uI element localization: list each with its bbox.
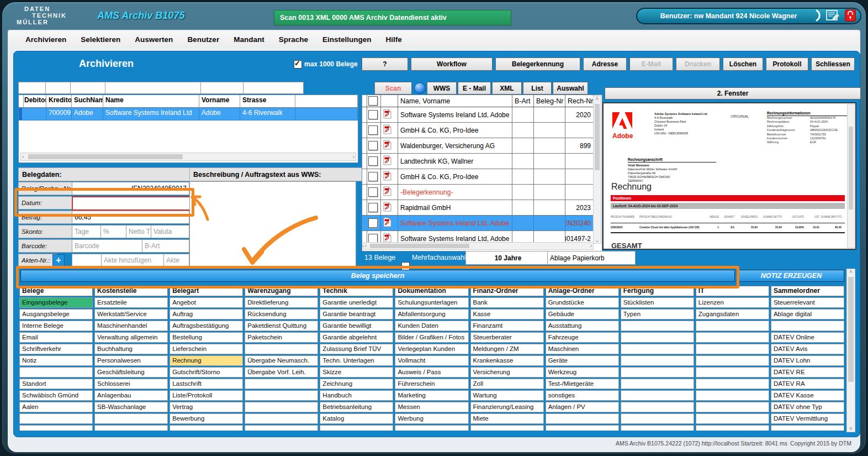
category-item-abfallentsorgung[interactable]: Abfallentsorgung <box>395 309 468 319</box>
category-item-empty[interactable] <box>621 321 694 331</box>
category-item-empty[interactable] <box>245 402 318 412</box>
category-item-empty[interactable] <box>94 425 168 431</box>
menu-item-einstellungen[interactable]: Einstellungen <box>322 35 372 44</box>
category-item-ger-te[interactable]: Geräte <box>546 355 619 366</box>
category-item-empty[interactable] <box>19 413 93 424</box>
second-window-button[interactable]: 2. Fenster <box>605 87 861 99</box>
category-item-empty[interactable] <box>621 367 694 378</box>
debtor-cell-name[interactable]: Software Systems Ireland Ltd <box>103 108 199 120</box>
debtor-column-debitor[interactable]: Debitor <box>22 95 46 108</box>
menu-item-hilfe[interactable]: Hilfe <box>385 35 401 44</box>
category-item-empty[interactable] <box>696 379 769 389</box>
category-item-meldungen-zm[interactable]: Meldungen / ZM <box>470 344 544 354</box>
akte-hinzufuegen-field[interactable]: Akte hinzufügen <box>101 254 167 267</box>
add-akte-button[interactable]: + <box>52 254 65 266</box>
category-item-gutschrift-storno[interactable]: Gutschrift/Storno <box>170 367 243 378</box>
doc-row-checkbox[interactable] <box>368 110 378 119</box>
debtor-filter-input-0[interactable] <box>18 82 48 94</box>
doc-column-rech-nr[interactable]: Rech-Nr <box>565 95 594 107</box>
category-item-verlegeplan-kunden[interactable]: Verlegeplan Kunden <box>395 344 468 354</box>
debtor-filter-input-5[interactable] <box>243 82 304 94</box>
category-item-aalen[interactable]: Aalen <box>19 402 93 412</box>
menu-item-selektieren[interactable]: Selektieren <box>81 35 120 44</box>
debtor-column-suchname[interactable]: SuchName <box>72 95 103 108</box>
doc-row-checkbox[interactable] <box>368 156 378 166</box>
toolbar-button-adresse[interactable]: Adresse <box>583 57 627 71</box>
category-item-empty[interactable] <box>696 332 769 343</box>
category-item-empty[interactable] <box>696 344 769 354</box>
category-item-empty[interactable] <box>470 425 544 431</box>
menu-item-sprache[interactable]: Sprache <box>279 35 308 44</box>
category-item-f-hrerschein[interactable]: Führerschein <box>395 379 468 389</box>
doc-row-checkbox[interactable] <box>368 125 378 135</box>
pdf-icon[interactable] <box>383 186 391 198</box>
doc-row-3[interactable]: Landtechnik KG, Wallner <box>362 154 594 169</box>
category-item-bergabe-vorf-leih[interactable]: Übergabe Vorf. Leih. <box>245 367 318 378</box>
category-item-schw-bisch-gm-nd[interactable]: Schwäbisch Gmünd <box>19 390 93 401</box>
category-item-bewerbung[interactable]: Bewerbung <box>170 413 243 424</box>
category-item-interne-belege[interactable]: Interne Belege <box>19 321 93 331</box>
category-item-datev-online[interactable]: DATEV Online <box>771 332 844 343</box>
doc-row-0[interactable]: Software Systems Ireland Ltd, Adobe2020 <box>362 107 594 123</box>
category-item-sonstiges[interactable]: sonstiges <box>546 390 619 401</box>
debtor-filter-input-4[interactable] <box>200 82 247 94</box>
category-item-datev-ra[interactable]: DATEV RA <box>771 379 844 389</box>
toolbar-button-belegerkennung[interactable]: Belegerkennung <box>495 57 580 71</box>
category-item-miete[interactable]: Miete <box>470 413 544 424</box>
max-belege-checkbox[interactable] <box>294 60 302 69</box>
category-item-marketing[interactable]: Marketing <box>395 390 468 401</box>
category-item-anlagen-pv[interactable]: Anlagen / PV <box>546 402 619 412</box>
notiz-button[interactable]: NOTIZ ERZEUGEN <box>738 270 844 282</box>
category-item-ersatzteile[interactable]: Ersatzteile <box>94 297 168 308</box>
category-item-garantie-unerledigt[interactable]: Garantie unerledigt <box>320 297 393 308</box>
category-item-empty[interactable] <box>19 425 93 431</box>
menu-item-mandant[interactable]: Mandant <box>234 35 264 44</box>
category-item-empty[interactable] <box>245 390 318 401</box>
lock-icon[interactable] <box>845 9 856 23</box>
datum-field[interactable] <box>72 196 190 211</box>
category-item-empty[interactable] <box>546 425 619 431</box>
category-item-empty[interactable] <box>621 355 694 366</box>
category-item-fahrzeuge[interactable]: Fahrzeuge <box>546 332 619 343</box>
debtor-filter-input-3[interactable] <box>105 82 205 94</box>
category-item-personalwesen[interactable]: Personalwesen <box>94 355 168 366</box>
category-item-empty[interactable] <box>771 321 844 331</box>
category-item-zulassung-brief-t-v[interactable]: Zulassung Brief TÜV <box>320 344 393 354</box>
category-item-paketschein[interactable]: Paketschein <box>245 332 318 343</box>
category-item-empty[interactable] <box>621 390 694 401</box>
category-item-empty[interactable] <box>245 344 318 354</box>
category-item-wartung[interactable]: Wartung <box>470 390 544 401</box>
debtor-column-vorname[interactable]: Vorname <box>199 95 240 108</box>
menu-item-benutzer[interactable]: Benutzer <box>187 35 219 44</box>
pdf-icon[interactable] <box>383 124 391 136</box>
category-item-schlosserei[interactable]: Schlosserei <box>94 379 168 389</box>
category-item-bergabe-neumasch[interactable]: Übergabe Neumasch. <box>245 355 318 366</box>
doc-row-5[interactable]: -Belegerkennung- <box>362 185 594 200</box>
akte-button[interactable]: Akte <box>163 254 189 267</box>
debtor-column-name[interactable]: Name <box>103 95 199 108</box>
debtor-cell-suchname[interactable]: Adobe <box>72 108 103 120</box>
category-item-datev-avis[interactable]: DATEV Avis <box>771 344 844 354</box>
category-item-datev-vermittlung[interactable]: DATEV Vermittlung <box>771 413 844 424</box>
category-item-empty[interactable] <box>94 413 168 424</box>
category-item-sb-waschanlage[interactable]: SB-Waschanlage <box>94 402 168 412</box>
category-item-empty[interactable] <box>621 379 694 389</box>
betrag-field[interactable]: 66,45 <box>72 211 189 224</box>
doc-row-checkbox[interactable] <box>368 172 378 181</box>
category-item-test-mietger-te[interactable]: Test-/Mietgeräte <box>546 379 619 389</box>
category-item-empty[interactable] <box>696 390 769 401</box>
category-item-rechnung[interactable]: Rechnung <box>170 355 243 366</box>
category-item-direktlieferung[interactable]: Direktlieferung <box>245 297 318 308</box>
category-item-steuerberater[interactable]: Steuerberater <box>470 332 544 343</box>
category-item-anlagenbau[interactable]: Anlagenbau <box>94 390 168 401</box>
category-item-st-cklisten[interactable]: Stücklisten <box>621 297 694 308</box>
barcode-field-barcode[interactable]: Barcode <box>72 239 146 253</box>
barcode-field-b-art[interactable]: B-Art <box>142 239 189 253</box>
category-item-versicherung[interactable]: Versicherung <box>470 367 544 378</box>
category-item-vollmacht[interactable]: Vollmacht <box>395 355 468 366</box>
category-item-bilder-grafiken-fotos[interactable]: Bilder / Grafiken / Fotos <box>395 332 468 343</box>
category-item-empty[interactable] <box>696 402 769 412</box>
category-item-kunden-daten[interactable]: Kunden Daten <box>395 321 468 331</box>
doc-tab-scan[interactable]: Scan <box>374 82 412 95</box>
jahre-select[interactable]: 10 Jahre <box>465 251 551 265</box>
